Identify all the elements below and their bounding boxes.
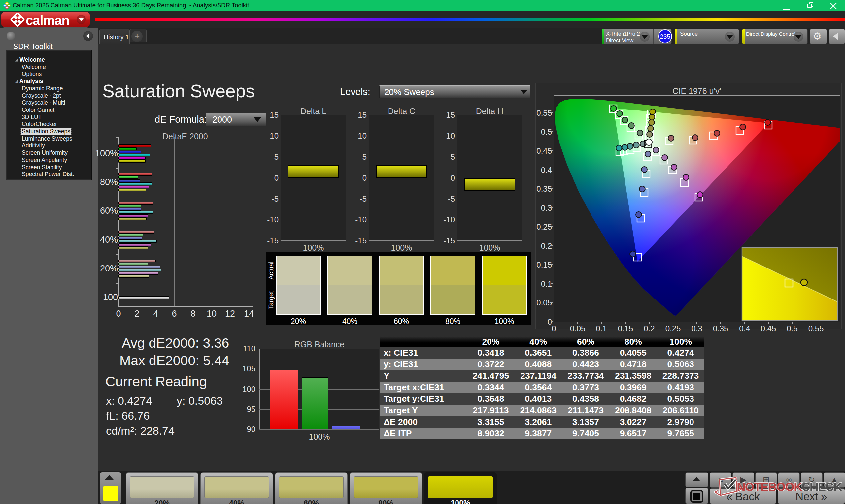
svg-text:NOTEBOOK: NOTEBOOK (737, 480, 803, 494)
svg-text:CHECK: CHECK (802, 480, 842, 494)
